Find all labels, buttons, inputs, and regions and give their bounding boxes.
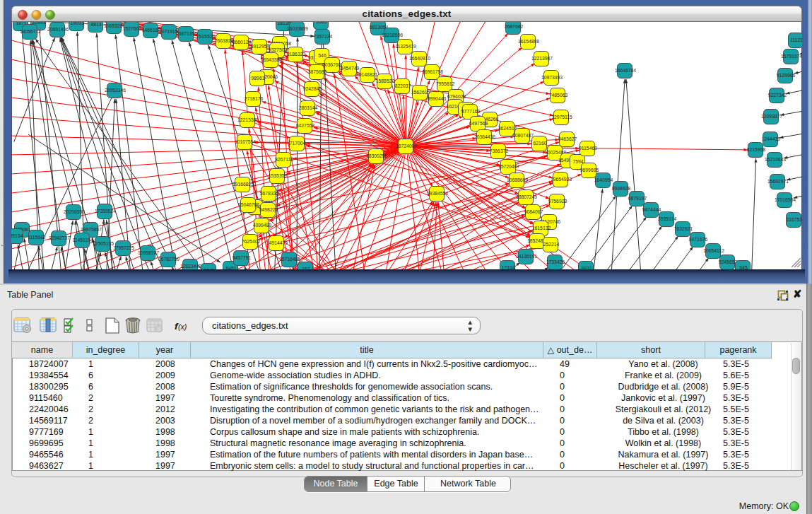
svg-text:14055712: 14055712 [20,29,41,34]
svg-text:1244419: 1244419 [762,136,781,141]
svg-text:10107554: 10107554 [235,139,256,144]
svg-text:1535359: 1535359 [269,173,288,178]
svg-text:15046786: 15046786 [238,202,259,207]
svg-text:6497568: 6497568 [469,121,488,126]
svg-text:4099489: 4099489 [253,223,272,228]
svg-text:19166825: 19166825 [233,182,254,187]
svg-text:9129966: 9129966 [777,73,796,78]
svg-text:7485063: 7485063 [549,93,568,98]
svg-text:16671355: 16671355 [176,31,197,36]
svg-text:8186323: 8186323 [287,52,306,57]
svg-text:(x): (x) [178,322,187,331]
svg-text:7594: 7594 [572,159,583,164]
svg-text:2803144: 2803144 [299,105,318,110]
svg-text:20206556: 20206556 [64,209,85,214]
svg-text:9327503: 9327503 [269,47,288,52]
svg-text:15716485: 15716485 [279,257,300,262]
svg-text:15720407: 15720407 [498,164,519,169]
svg-text:1527602: 1527602 [123,26,142,31]
svg-text:8471676: 8471676 [689,237,708,242]
svg-text:17016504: 17016504 [775,197,796,202]
svg-text:11451194: 11451194 [72,238,93,243]
svg-text:15692971: 15692971 [767,179,789,184]
svg-text:11123: 11123 [790,37,802,42]
svg-text:1588520: 1588520 [376,78,395,83]
svg-text:6466160: 6466160 [142,28,161,33]
svg-text:8990443: 8990443 [428,96,447,101]
svg-text:8267110: 8267110 [275,157,293,162]
svg-text:116753: 116753 [787,217,802,222]
svg-text:20053346: 20053346 [105,88,126,93]
svg-text:16543382: 16543382 [261,57,282,62]
svg-text:7357224: 7357224 [314,34,333,39]
svg-text:16033809: 16033809 [287,26,308,31]
svg-text:10653267: 10653267 [104,23,125,28]
svg-text:9699695: 9699695 [580,168,599,173]
svg-text:18300295: 18300295 [366,153,387,158]
svg-text:9115460: 9115460 [579,146,597,151]
svg-text:9245652: 9245652 [719,259,738,264]
svg-text:16961758: 16961758 [422,69,443,74]
svg-text:12093877: 12093877 [761,114,782,119]
svg-text:5678332: 5678332 [260,191,279,196]
svg-text:11325419: 11325419 [395,44,416,49]
svg-text:1115682: 1115682 [28,235,46,240]
svg-text:1615132: 1615132 [532,226,551,230]
svg-text:12923448: 12923448 [180,264,201,269]
svg-text:19093: 19093 [71,22,84,25]
svg-text:18807249: 18807249 [516,194,537,199]
svg-text:252214: 252214 [543,242,560,247]
svg-text:19975867: 19975867 [81,227,102,232]
svg-text:16210643: 16210643 [765,157,786,162]
svg-text:3875685: 3875685 [308,69,327,74]
svg-text:10958107: 10958107 [138,250,159,255]
svg-text:10973493: 10973493 [541,75,563,80]
svg-text:717004: 717004 [290,141,306,146]
svg-text:8454749: 8454749 [341,66,360,71]
svg-text:12213967: 12213967 [531,56,553,61]
svg-text:10654112: 10654112 [703,248,724,253]
svg-text:16648784: 16648784 [615,68,636,73]
svg-text:7386372: 7386372 [490,148,509,153]
svg-text:2718176: 2718176 [245,96,264,101]
svg-text:6794028: 6794028 [447,94,466,99]
svg-text:7663822: 7663822 [215,38,234,43]
svg-text:12213389: 12213389 [237,117,259,122]
svg-text:9242845: 9242845 [303,86,322,91]
svg-text:1733426: 1733426 [546,259,565,264]
svg-text:20364436: 20364436 [474,134,495,139]
svg-text:14914479: 14914479 [266,240,288,245]
svg-text:8427552: 8427552 [296,123,315,128]
svg-text:9777169: 9777169 [461,109,481,114]
svg-text:9756928: 9756928 [548,199,567,204]
svg-text:8813: 8813 [90,22,101,27]
svg-text:98961: 98961 [252,76,265,81]
svg-text:18135: 18135 [278,22,291,25]
svg-text:9365: 9365 [316,22,326,24]
svg-text:17359924: 17359924 [95,209,116,214]
svg-text:19218506: 19218506 [382,33,403,37]
svg-text:2687682: 2687682 [505,24,524,29]
svg-text:16782759: 16782759 [158,257,180,262]
svg-text:16640910: 16640910 [409,56,430,61]
svg-text:10688609: 10688609 [507,177,528,182]
svg-text:7515526: 7515526 [196,34,216,39]
svg-text:19384554: 19384554 [427,191,448,196]
svg-text:12975115: 12975115 [551,115,572,119]
svg-text:12505135: 12505135 [93,241,114,246]
svg-text:12942737: 12942737 [49,235,70,240]
svg-text:7625402: 7625402 [242,239,261,244]
svg-text:39154: 39154 [11,233,23,238]
svg-text:1640954: 1640954 [594,177,613,182]
svg-text:546: 546 [318,53,326,58]
svg-text:8215958: 8215958 [747,147,766,152]
svg-text:5498222: 5498222 [259,207,278,212]
svg-text:1562615: 1562615 [411,90,430,95]
svg-text:9146821: 9146821 [359,72,378,77]
svg-text:62160: 62160 [534,141,547,146]
svg-text:18724007: 18724007 [396,144,417,148]
svg-text:3624514: 3624514 [498,126,517,131]
svg-text:9463627: 9463627 [558,136,577,141]
svg-text:9474444: 9474444 [642,207,661,212]
svg-text:822037: 822037 [395,83,411,88]
